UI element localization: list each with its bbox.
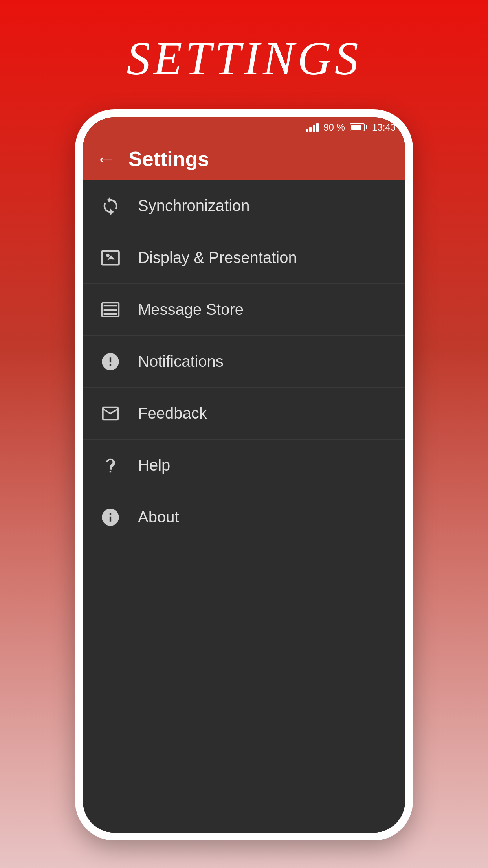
phone-frame: 90 % 13:43 ← Settings [75, 109, 413, 840]
help-icon [99, 454, 122, 477]
app-bar-title: Settings [128, 147, 209, 171]
message-store-label: Message Store [138, 301, 244, 318]
signal-indicator [306, 123, 319, 132]
settings-item-notifications[interactable]: Notifications [83, 336, 405, 388]
settings-item-synchronization[interactable]: Synchronization [83, 180, 405, 232]
signal-percentage: 90 % [323, 122, 345, 133]
settings-item-display[interactable]: Display & Presentation [83, 232, 405, 284]
status-bar: 90 % 13:43 [83, 117, 405, 138]
synchronization-label: Synchronization [138, 197, 250, 215]
feedback-label: Feedback [138, 405, 207, 422]
message-store-icon [99, 298, 122, 322]
time-display: 13:43 [372, 122, 396, 133]
settings-item-message-store[interactable]: Message Store [83, 284, 405, 336]
back-button[interactable]: ← [95, 149, 116, 169]
signal-bar-3 [313, 125, 315, 132]
settings-item-help[interactable]: Help [83, 440, 405, 491]
notifications-label: Notifications [138, 353, 224, 370]
about-icon [99, 506, 122, 529]
page-title: Settings [127, 31, 361, 86]
sync-icon [99, 194, 122, 218]
display-label: Display & Presentation [138, 249, 297, 267]
signal-bar-1 [306, 129, 308, 132]
display-icon [99, 246, 122, 270]
battery-icon [350, 123, 367, 131]
svg-point-0 [106, 254, 110, 257]
notifications-icon [99, 350, 122, 373]
app-bar: ← Settings [83, 138, 405, 180]
settings-list: Synchronization Display & Presentation [83, 180, 405, 833]
settings-item-feedback[interactable]: Feedback [83, 388, 405, 440]
signal-bar-2 [309, 127, 312, 132]
settings-item-about[interactable]: About [83, 491, 405, 543]
signal-bar-4 [316, 123, 319, 132]
phone-screen: 90 % 13:43 ← Settings [83, 117, 405, 833]
feedback-icon [99, 402, 122, 425]
about-label: About [138, 508, 179, 526]
help-label: Help [138, 456, 170, 474]
